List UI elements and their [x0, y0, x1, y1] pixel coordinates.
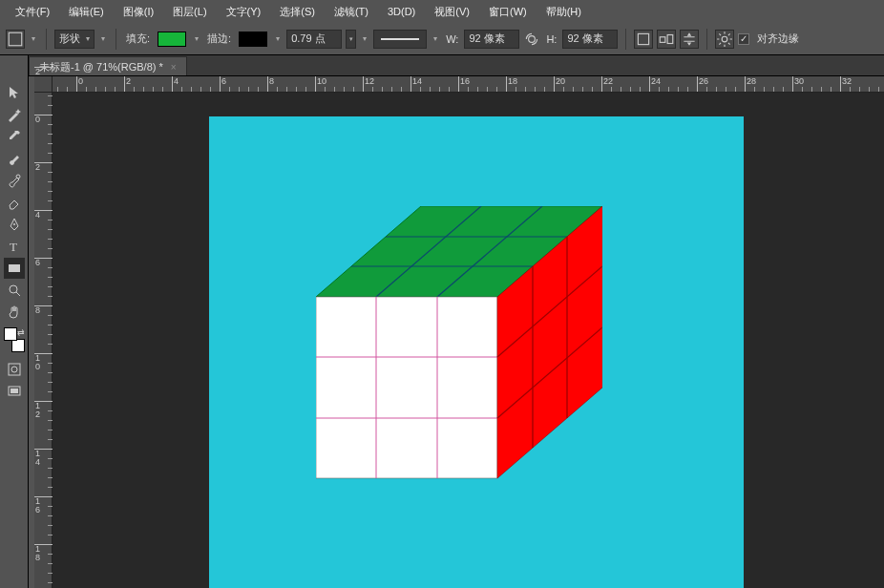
tool-preset-dropdown[interactable]: ▾: [29, 34, 38, 43]
svg-point-4: [723, 36, 728, 42]
svg-point-11: [11, 367, 17, 372]
svg-rect-2: [661, 36, 666, 42]
text-tool[interactable]: T: [4, 236, 25, 257]
height-field[interactable]: [562, 30, 618, 49]
link-wh-icon[interactable]: [523, 31, 540, 48]
ruler-vertical[interactable]: 2024681012141618: [34, 76, 53, 588]
menu-type[interactable]: 文字(Y): [217, 3, 271, 21]
menu-help[interactable]: 帮助(H): [537, 3, 591, 21]
svg-rect-20: [316, 297, 497, 478]
shape-mode-combo[interactable]: 形状 ▾: [54, 30, 95, 49]
svg-rect-10: [9, 364, 20, 375]
menu-layer[interactable]: 图层(L): [163, 3, 216, 21]
stroke-style-combo[interactable]: [373, 30, 427, 49]
swap-colors-icon[interactable]: ⇄: [17, 327, 25, 335]
svg-rect-8: [9, 264, 20, 272]
svg-rect-13: [11, 388, 18, 393]
stroke-label: 描边:: [207, 32, 231, 46]
menu-edit[interactable]: 编辑(E): [59, 3, 114, 21]
menu-bar: 文件(F) 编辑(E) 图像(I) 图层(L) 文字(Y) 选择(S) 滤镜(T…: [0, 0, 884, 23]
ruler-horizontal[interactable]: -20246810121416182022242628303234: [53, 76, 884, 93]
menu-view[interactable]: 视图(V): [425, 3, 479, 21]
hand-tool[interactable]: [4, 302, 25, 323]
toolbox: T ⇄: [0, 55, 29, 588]
history-brush-tool[interactable]: [4, 170, 25, 191]
path-op-new-icon[interactable]: [634, 30, 653, 49]
shape-mode-dropdown[interactable]: ▾: [98, 34, 108, 43]
pen-tool[interactable]: [4, 214, 25, 235]
svg-text:T: T: [10, 240, 17, 254]
menu-image[interactable]: 图像(I): [114, 3, 163, 21]
menu-filter[interactable]: 滤镜(T): [325, 3, 378, 21]
color-fg-bg[interactable]: ⇄: [4, 327, 25, 352]
stroke-dropdown[interactable]: ▾: [273, 34, 283, 43]
document-tab[interactable]: 未标题-1 @ 71%(RGB/8) * ×: [29, 56, 187, 75]
shape-mode-label: 形状: [59, 32, 80, 46]
align-edges-checkbox[interactable]: [738, 33, 749, 45]
rectangle-tool[interactable]: [4, 258, 25, 279]
path-align-icon[interactable]: [657, 30, 676, 49]
stroke-style-dropdown[interactable]: ▾: [431, 34, 440, 43]
cube-front-face: [316, 297, 497, 478]
svg-point-9: [10, 285, 17, 293]
move-tool[interactable]: [4, 82, 25, 103]
svg-point-6: [13, 223, 15, 225]
screenmode-tool[interactable]: [4, 381, 25, 402]
stroke-swatch[interactable]: [239, 32, 267, 47]
cube-shape[interactable]: [316, 206, 602, 493]
bg-color-swatch[interactable]: [11, 339, 25, 352]
document-tab-title: 未标题-1 @ 71%(RGB/8) *: [39, 60, 163, 74]
fill-dropdown[interactable]: ▾: [192, 34, 201, 43]
menu-file[interactable]: 文件(F): [6, 3, 59, 21]
gear-icon[interactable]: [715, 30, 734, 49]
stroke-width-stepper[interactable]: ▾: [346, 30, 356, 49]
menu-window[interactable]: 窗口(W): [479, 3, 537, 21]
ruler-corner: [34, 76, 53, 93]
menu-select[interactable]: 选择(S): [270, 3, 325, 21]
fg-color-swatch[interactable]: [4, 327, 17, 341]
svg-rect-0: [9, 32, 22, 46]
brush-tool[interactable]: [4, 148, 25, 169]
stroke-width-field[interactable]: [286, 30, 342, 49]
fill-label: 填充:: [126, 32, 150, 46]
close-tab-icon[interactable]: ×: [171, 62, 177, 73]
menu-3d[interactable]: 3D(D): [378, 4, 425, 19]
fill-swatch[interactable]: [158, 32, 186, 47]
tool-preset-icon[interactable]: [6, 30, 25, 49]
align-edges-label: 对齐边缘: [757, 32, 799, 46]
width-label: W:: [446, 33, 458, 45]
document-tab-bar: 未标题-1 @ 71%(RGB/8) * ×: [29, 55, 884, 76]
wand-tool[interactable]: [4, 104, 25, 125]
svg-rect-1: [639, 33, 649, 44]
canvas-area[interactable]: [53, 93, 884, 588]
eraser-tool[interactable]: [4, 192, 25, 213]
options-bar: ▾ 形状 ▾ ▾ 填充: ▾ 描边: ▾ ▾ ▾ ▾ W: H: 对齐边缘: [0, 23, 884, 55]
quickmask-tool[interactable]: [4, 359, 25, 380]
artboard[interactable]: [209, 116, 744, 588]
svg-rect-3: [668, 34, 674, 43]
height-label: H:: [546, 33, 557, 45]
width-field[interactable]: [464, 30, 519, 49]
path-arrange-icon[interactable]: [680, 30, 699, 49]
zoom-tool[interactable]: [4, 280, 25, 301]
stroke-width-dropdown[interactable]: ▾: [360, 34, 369, 43]
eyedropper-tool[interactable]: [4, 126, 25, 147]
